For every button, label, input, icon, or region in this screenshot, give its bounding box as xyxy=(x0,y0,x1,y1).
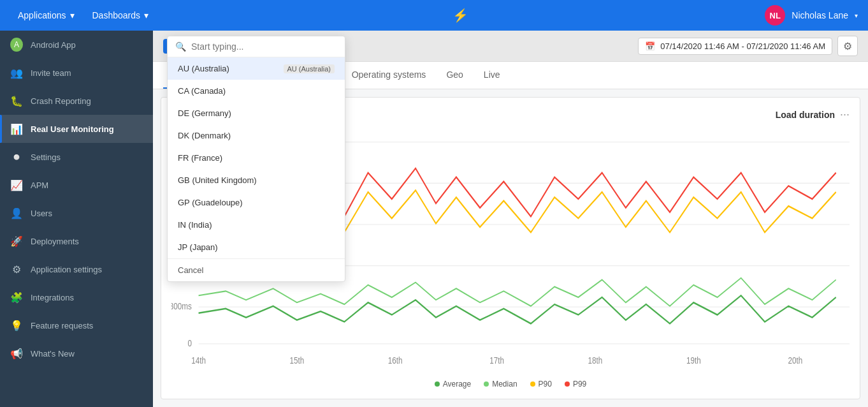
sidebar-label-invite-team: Invite team xyxy=(31,68,71,78)
dropdown-item-in[interactable]: IN (India) xyxy=(168,214,345,236)
megaphone-icon: 📢 xyxy=(10,347,23,360)
dropdown-item-label-fr: FR (France) xyxy=(178,153,222,163)
dropdown-item-de[interactable]: DE (Germany) xyxy=(168,102,345,124)
date-range-picker[interactable]: 📅 07/14/2020 11:46 AM - 07/21/2020 11:46… xyxy=(638,38,832,55)
tab-operating-systems[interactable]: Operating systems xyxy=(342,62,437,89)
top-nav: Applications ▾ Dashboards ▾ ⚡ NL Nichola… xyxy=(0,0,868,31)
tab-geo[interactable]: Geo xyxy=(436,62,473,89)
people-icon: 👥 xyxy=(10,66,23,79)
dashboards-nav[interactable]: Dashboards ▾ xyxy=(85,6,157,24)
rocket-icon: 🚀 xyxy=(10,235,23,248)
bulb-icon: 💡 xyxy=(10,319,23,332)
svg-text:17th: 17th xyxy=(489,355,504,366)
sidebar-item-android-app[interactable]: A Android App xyxy=(0,31,153,59)
puzzle-icon: 🧩 xyxy=(10,291,23,304)
applications-nav[interactable]: Applications ▾ xyxy=(10,6,82,24)
android-icon: A xyxy=(10,38,23,51)
average-label: Average xyxy=(443,380,471,389)
bug-icon: 🐛 xyxy=(10,94,23,107)
dropdown-item-dk[interactable]: DK (Denmark) xyxy=(168,124,345,147)
user-name-label: Nicholas Lane xyxy=(792,10,848,20)
search-icon: 🔍 xyxy=(175,41,186,52)
chart-legend: Average Median P90 P99 xyxy=(171,380,850,389)
country-code-dropdown: 🔍 AU (Australia) AU (Australia) CA (Cana… xyxy=(167,36,345,282)
sidebar-item-whats-new[interactable]: 📢 What's New xyxy=(0,339,153,367)
apps-chevron-icon: ▾ xyxy=(70,10,75,20)
date-range-label: 07/14/2020 11:46 AM - 07/21/2020 11:46 A… xyxy=(660,41,825,51)
dashboards-label: Dashboards xyxy=(92,10,141,20)
dropdown-badge-au: AU (Australia) xyxy=(284,64,335,73)
chart-icon: 📊 xyxy=(10,122,23,135)
dropdown-item-label-au: AU (Australia) xyxy=(178,64,229,73)
circle-icon: ⚪ xyxy=(10,151,23,163)
avatar: NL xyxy=(765,5,785,26)
p99-dot xyxy=(565,381,570,387)
user-chevron-icon: ▾ xyxy=(855,12,858,19)
sidebar-item-crash-reporting[interactable]: 🐛 Crash Reporting xyxy=(0,87,153,115)
dropdown-search-input[interactable] xyxy=(191,41,337,52)
sidebar-label-users: Users xyxy=(31,209,52,218)
dropdown-item-label-jp: JP (Japan) xyxy=(178,242,218,252)
chart-options-button[interactable]: ··· xyxy=(840,108,850,121)
filter-settings-button[interactable]: ⚙ xyxy=(837,36,858,56)
dropdown-item-au[interactable]: AU (Australia) AU (Australia) xyxy=(168,57,345,80)
calendar-icon: 📅 xyxy=(645,41,655,51)
sidebar-item-application-settings[interactable]: ⚙ Application settings xyxy=(0,255,153,283)
p99-label: P99 xyxy=(573,380,586,389)
sidebar-label-real-user-monitoring: Real User Monitoring xyxy=(31,124,114,134)
legend-average: Average xyxy=(435,380,471,389)
svg-text:16th: 16th xyxy=(388,355,403,366)
tab-live[interactable]: Live xyxy=(474,62,510,89)
cancel-label: Cancel xyxy=(178,265,203,275)
chart-title-right: Load duration ··· xyxy=(776,108,850,121)
load-duration-label: Load duration xyxy=(776,110,835,120)
svg-text:300ms: 300ms xyxy=(171,301,192,312)
dropdown-cancel-button[interactable]: Cancel xyxy=(168,258,345,281)
average-dot xyxy=(435,381,440,387)
apm-icon: 📈 xyxy=(10,179,23,191)
p90-label: P90 xyxy=(539,380,552,389)
dropdown-item-label-in: IN (India) xyxy=(178,220,212,230)
legend-p99: P99 xyxy=(565,380,586,389)
sidebar-item-feature-requests[interactable]: 💡 Feature requests xyxy=(0,311,153,339)
svg-text:19th: 19th xyxy=(686,355,701,366)
sidebar-item-settings[interactable]: ⚪ Settings xyxy=(0,143,153,171)
sidebar-label-android-app: Android App xyxy=(31,40,76,50)
dropdown-item-gb[interactable]: GB (United Kingdom) xyxy=(168,169,345,191)
dropdown-item-fr[interactable]: FR (France) xyxy=(168,147,345,169)
applications-label: Applications xyxy=(18,10,66,20)
sidebar-item-deployments[interactable]: 🚀 Deployments xyxy=(0,227,153,255)
dropdown-item-label-de: DE (Germany) xyxy=(178,108,231,118)
sidebar-label-feature-requests: Feature requests xyxy=(31,321,93,330)
svg-text:0: 0 xyxy=(187,338,192,349)
sidebar-label-crash-reporting: Crash Reporting xyxy=(31,96,91,106)
legend-median: Median xyxy=(484,380,517,389)
sidebar-label-settings: Settings xyxy=(31,152,61,162)
legend-p90: P90 xyxy=(530,380,552,389)
sidebar: A Android App 👥 Invite team 🐛 Crash Repo… xyxy=(0,31,153,407)
gear-icon: ⚙ xyxy=(10,263,23,276)
dropdown-item-ca[interactable]: CA (Canada) xyxy=(168,80,345,102)
sidebar-label-apm: APM xyxy=(31,181,48,190)
user-icon: 👤 xyxy=(10,207,23,219)
dropdown-item-gp[interactable]: GP (Guadeloupe) xyxy=(168,191,345,214)
sidebar-item-apm[interactable]: 📈 APM xyxy=(0,171,153,199)
sidebar-label-whats-new: What's New xyxy=(31,349,75,359)
sidebar-item-invite-team[interactable]: 👥 Invite team xyxy=(0,59,153,87)
dropdown-item-label-gp: GP (Guadeloupe) xyxy=(178,198,243,207)
median-dot xyxy=(484,381,489,387)
dropdown-item-label-ca: CA (Canada) xyxy=(178,86,226,96)
sidebar-label-application-settings: Application settings xyxy=(31,265,102,274)
lightning-icon: ⚡ xyxy=(452,8,468,23)
sidebar-item-users[interactable]: 👤 Users xyxy=(0,199,153,227)
dropdown-item-jp[interactable]: JP (Japan) xyxy=(168,236,345,258)
sidebar-label-deployments: Deployments xyxy=(31,237,79,246)
settings-gear-icon: ⚙ xyxy=(843,40,852,52)
dropdown-search-bar: 🔍 xyxy=(168,36,345,57)
dropdown-list: AU (Australia) AU (Australia) CA (Canada… xyxy=(168,57,345,258)
sidebar-item-real-user-monitoring[interactable]: 📊 Real User Monitoring xyxy=(0,115,153,143)
avatar-initials: NL xyxy=(770,11,781,20)
median-label: Median xyxy=(492,380,517,389)
dropdown-item-label-gb: GB (United Kingdom) xyxy=(178,175,257,185)
sidebar-item-integrations[interactable]: 🧩 Integrations xyxy=(0,283,153,311)
